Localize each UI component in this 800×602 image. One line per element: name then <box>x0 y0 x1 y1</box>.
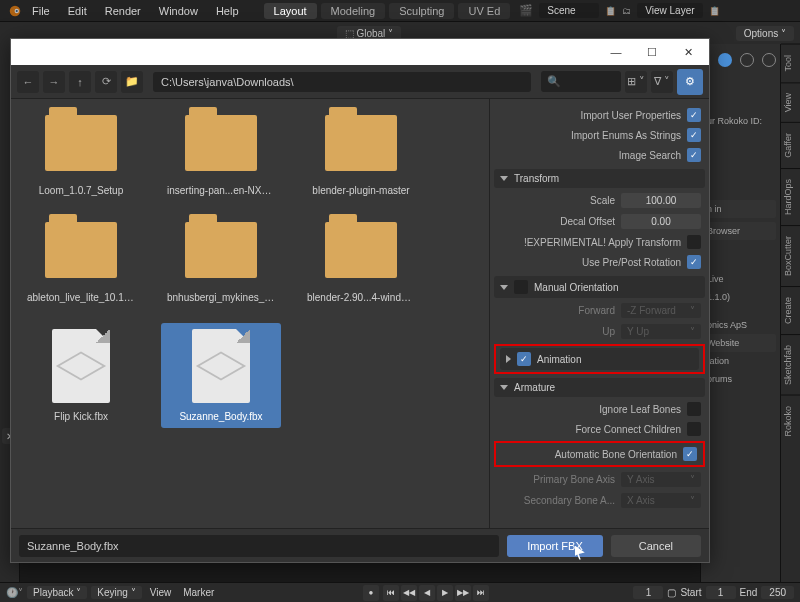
play-icon[interactable]: ▶ <box>437 585 453 601</box>
file-browser-dialog: — ☐ ✕ ← → ↑ ⟳ 📁 C:\Users\janva\Downloads… <box>10 38 710 563</box>
folder-icon <box>45 222 117 278</box>
play-reverse-icon[interactable]: ◀ <box>419 585 435 601</box>
scene-field[interactable]: Scene <box>539 3 599 18</box>
file-label: Flip Kick.fbx <box>54 411 108 422</box>
filter-icon[interactable]: ∇ ˅ <box>651 71 673 93</box>
menu-file[interactable]: File <box>24 3 58 19</box>
up-select: Y Up˅ <box>621 324 701 339</box>
animation-section-header[interactable]: ✓Animation <box>500 348 699 370</box>
file-grid-area: Loom_1.0.7_Setup inserting-pan...en-NXT7… <box>11 99 489 528</box>
tab-sculpting[interactable]: Sculpting <box>389 3 454 19</box>
path-input[interactable]: C:\Users\janva\Downloads\ <box>153 72 531 92</box>
menu-help[interactable]: Help <box>208 3 247 19</box>
playback-menu[interactable]: Playback ˅ <box>27 586 87 599</box>
keyframe-next-icon[interactable]: ▶▶ <box>455 585 471 601</box>
shading-wire-icon[interactable] <box>740 53 754 67</box>
rtab-gaffer[interactable]: Gaffer <box>781 122 800 168</box>
auto-bone-checkbox[interactable]: ✓ <box>683 447 697 461</box>
rtab-create[interactable]: Create <box>781 286 800 334</box>
import-fbx-button[interactable]: Import FBX <box>507 535 603 557</box>
jump-start-icon[interactable]: ⏮ <box>383 585 399 601</box>
folder-item[interactable]: Loom_1.0.7_Setup <box>21 109 141 202</box>
new-viewlayer-icon[interactable]: 📋 <box>709 6 720 16</box>
force-connect-checkbox[interactable] <box>687 422 701 436</box>
current-frame-input[interactable]: 1 <box>633 586 663 599</box>
file-label: Loom_1.0.7_Setup <box>39 185 124 196</box>
nav-up-icon[interactable]: ↑ <box>69 71 91 93</box>
tab-layout[interactable]: Layout <box>264 3 317 19</box>
browser-button[interactable]: Browser <box>705 222 776 240</box>
website-button[interactable]: Website <box>705 334 776 352</box>
end-label: End <box>740 587 758 598</box>
marker-menu[interactable]: Marker <box>179 587 218 598</box>
folder-item[interactable]: blender-plugin-master <box>301 109 421 202</box>
scale-label: Scale <box>590 195 615 206</box>
window-maximize-icon[interactable]: ☐ <box>635 42 669 62</box>
viewlayer-field[interactable]: View Layer <box>637 3 702 18</box>
rtab-tool[interactable]: Tool <box>781 44 800 82</box>
file-label: ableton_live_lite_10.1.15_64 <box>27 292 135 303</box>
rtab-hardops[interactable]: HardOps <box>781 168 800 225</box>
frame-menu-icon[interactable]: ▢ <box>667 587 676 598</box>
shading-solid-icon[interactable] <box>718 53 732 67</box>
image-search-checkbox[interactable]: ✓ <box>687 148 701 162</box>
import-properties-panel: Import User Properties✓ Import Enums As … <box>489 99 709 528</box>
file-label: inserting-pan...en-NXT763A <box>167 185 275 196</box>
folder-item[interactable]: blender-2.90...4-windows64 <box>301 216 421 309</box>
nav-newfolder-icon[interactable]: 📁 <box>121 71 143 93</box>
primary-axis-select: Y Axis˅ <box>621 472 701 487</box>
timeline-dropdown-icon[interactable]: 🕐˅ <box>6 587 23 598</box>
menu-edit[interactable]: Edit <box>60 3 95 19</box>
cancel-button[interactable]: Cancel <box>611 535 701 557</box>
keyframe-prev-icon[interactable]: ◀◀ <box>401 585 417 601</box>
rtab-sketchfab[interactable]: Sketchfab <box>781 334 800 395</box>
transform-section-header[interactable]: Transform <box>494 169 705 188</box>
file-label: Suzanne_Body.fbx <box>179 411 262 422</box>
folder-item[interactable]: inserting-pan...en-NXT763A <box>161 109 281 202</box>
manual-orient-header[interactable]: Manual Orientation <box>494 276 705 298</box>
nav-forward-icon[interactable]: → <box>43 71 65 93</box>
window-minimize-icon[interactable]: — <box>599 42 633 62</box>
jump-end-icon[interactable]: ⏭ <box>473 585 489 601</box>
experimental-label: !EXPERIMENTAL! Apply Transform <box>524 237 681 248</box>
display-mode-icon[interactable]: ⊞ ˅ <box>625 71 647 93</box>
new-scene-icon[interactable]: 📋 <box>605 6 616 16</box>
file-item-selected[interactable]: Suzanne_Body.fbx <box>161 323 281 428</box>
import-enums-checkbox[interactable]: ✓ <box>687 128 701 142</box>
tab-uvedit[interactable]: UV Ed <box>458 3 510 19</box>
scale-input[interactable]: 100.00 <box>621 193 701 208</box>
manual-orient-checkbox[interactable] <box>514 280 528 294</box>
view-menu[interactable]: View <box>146 587 176 598</box>
sign-in-button[interactable]: n in <box>705 200 776 218</box>
autokey-icon[interactable]: ● <box>363 585 379 601</box>
tab-modeling[interactable]: Modeling <box>321 3 386 19</box>
options-dropdown[interactable]: Options ˅ <box>736 26 794 41</box>
animation-checkbox[interactable]: ✓ <box>517 352 531 366</box>
prepost-checkbox[interactable]: ✓ <box>687 255 701 269</box>
folder-item[interactable]: ableton_live_lite_10.1.15_64 <box>21 216 141 309</box>
keying-menu[interactable]: Keying ˅ <box>91 586 141 599</box>
armature-section-header[interactable]: Armature <box>494 378 705 397</box>
experimental-checkbox[interactable] <box>687 235 701 249</box>
rtab-boxcutter[interactable]: BoxCutter <box>781 225 800 286</box>
import-user-props-checkbox[interactable]: ✓ <box>687 108 701 122</box>
decal-input[interactable]: 0.00 <box>621 214 701 229</box>
settings-gear-icon[interactable]: ⚙ <box>677 69 703 95</box>
rtab-view[interactable]: View <box>781 82 800 122</box>
prepost-label: Use Pre/Post Rotation <box>582 257 681 268</box>
start-frame-input[interactable]: 1 <box>706 586 736 599</box>
window-close-icon[interactable]: ✕ <box>671 42 705 62</box>
search-input[interactable]: 🔍 <box>541 71 621 92</box>
nav-back-icon[interactable]: ← <box>17 71 39 93</box>
menu-render[interactable]: Render <box>97 3 149 19</box>
end-frame-input[interactable]: 250 <box>761 586 794 599</box>
filename-input[interactable]: Suzanne_Body.fbx <box>19 535 499 557</box>
ignore-leaf-checkbox[interactable] <box>687 402 701 416</box>
menu-window[interactable]: Window <box>151 3 206 19</box>
nav-refresh-icon[interactable]: ⟳ <box>95 71 117 93</box>
up-label: Up <box>602 326 615 337</box>
file-item[interactable]: Flip Kick.fbx <box>21 323 141 428</box>
shading-render-icon[interactable] <box>762 53 776 67</box>
folder-item[interactable]: bnhusbergi_mykines_froyar <box>161 216 281 309</box>
rtab-rokoko[interactable]: Rokoko <box>781 395 800 447</box>
